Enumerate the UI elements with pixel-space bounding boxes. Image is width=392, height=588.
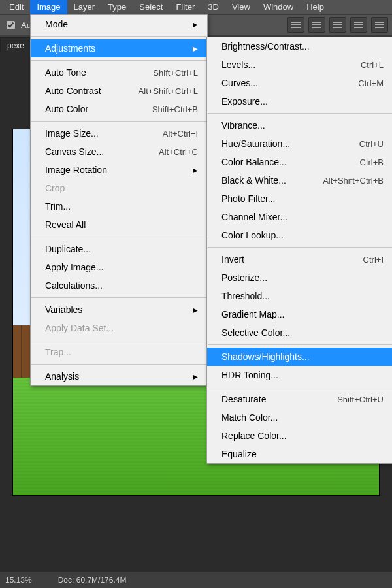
image-menu-trim[interactable]: Trim... bbox=[31, 197, 207, 216]
adjustments-hue-saturation[interactable]: Hue/Saturation...Ctrl+U bbox=[207, 135, 392, 153]
align-center-icon[interactable] bbox=[308, 17, 325, 33]
image-menu-separator bbox=[31, 60, 206, 61]
adjustments-color-lookup[interactable]: Color Lookup... bbox=[207, 226, 392, 244]
adjustments-match-color[interactable]: Match Color... bbox=[207, 408, 392, 427]
menu-item-shortcut: Alt+Ctrl+I bbox=[163, 129, 198, 139]
menu-item-label: Trim... bbox=[45, 201, 97, 212]
menu-filter[interactable]: Filter bbox=[169, 0, 201, 14]
menu-view[interactable]: View bbox=[225, 0, 257, 14]
menu-3d[interactable]: 3D bbox=[201, 0, 225, 14]
image-menu-variables[interactable]: Variables▶ bbox=[31, 301, 207, 319]
submenu-arrow-icon: ▶ bbox=[193, 167, 198, 174]
menu-item-shortcut: Alt+Shift+Ctrl+L bbox=[139, 86, 198, 96]
menu-item-label: Image Size... bbox=[45, 128, 125, 139]
document-tab-label: pexe bbox=[7, 41, 24, 50]
adjustments-brightness-contrast[interactable]: Brightness/Contrast... bbox=[207, 37, 392, 56]
image-menu-trap: Trap... bbox=[31, 343, 207, 361]
adjustments-shadows-highlights[interactable]: Shadows/Highlights... bbox=[207, 348, 392, 366]
adjustments-submenu: Brightness/Contrast...Levels...Ctrl+LCur… bbox=[206, 37, 392, 464]
menu-item-label: Equalize bbox=[221, 449, 283, 459]
menu-layer[interactable]: Layer bbox=[67, 0, 102, 14]
adjustments-invert[interactable]: InvertCtrl+I bbox=[207, 250, 392, 269]
menu-item-label: Calculations... bbox=[45, 280, 129, 291]
adjustments-photo-filter[interactable]: Photo Filter... bbox=[207, 189, 392, 208]
menu-item-shortcut: Ctrl+B bbox=[360, 157, 384, 167]
adjustments-threshold[interactable]: Threshold... bbox=[207, 287, 392, 305]
menu-item-label: Color Balance... bbox=[221, 157, 313, 167]
menu-item-label: Adjustments bbox=[45, 43, 122, 54]
menu-item-label: Apply Image... bbox=[45, 262, 130, 272]
image-menu-analysis[interactable]: Analysis▶ bbox=[31, 367, 207, 385]
menu-item-shortcut: Shift+Ctrl+B bbox=[152, 105, 198, 114]
image-menu-auto-color[interactable]: Auto ColorShift+Ctrl+B bbox=[31, 100, 207, 118]
image-menu-reveal-all[interactable]: Reveal All bbox=[31, 216, 207, 234]
menu-item-label: Match Color... bbox=[221, 412, 304, 423]
adjustments-gradient-map[interactable]: Gradient Map... bbox=[207, 305, 392, 323]
menu-window[interactable]: Window bbox=[257, 0, 300, 14]
adjustments-separator bbox=[208, 247, 392, 248]
menu-item-label: Canvas Size... bbox=[45, 146, 130, 157]
adjustments-color-balance[interactable]: Color Balance...Ctrl+B bbox=[207, 153, 392, 171]
menu-item-label: Trap... bbox=[45, 347, 97, 357]
menu-item-label: Vibrance... bbox=[221, 120, 291, 131]
align-right-icon[interactable] bbox=[329, 17, 346, 33]
adjustments-exposure[interactable]: Exposure... bbox=[207, 92, 392, 110]
menu-help[interactable]: Help bbox=[300, 0, 331, 14]
adjustments-levels[interactable]: Levels...Ctrl+L bbox=[207, 56, 392, 74]
adjustments-hdr-toning[interactable]: HDR Toning... bbox=[207, 366, 392, 384]
menu-item-shortcut: Ctrl+U bbox=[359, 139, 384, 149]
image-menu-separator bbox=[31, 237, 206, 237]
adjustments-separator bbox=[208, 113, 392, 114]
menu-type[interactable]: Type bbox=[101, 0, 133, 14]
image-menu-mode[interactable]: Mode▶ bbox=[31, 15, 207, 33]
adjustments-black-white[interactable]: Black & White...Alt+Shift+Ctrl+B bbox=[207, 171, 392, 189]
align-middle-icon[interactable] bbox=[371, 17, 388, 33]
submenu-arrow-icon: ▶ bbox=[193, 21, 198, 28]
menu-item-label: Mode bbox=[45, 19, 94, 29]
submenu-arrow-icon: ▶ bbox=[193, 45, 198, 52]
menu-item-label: Selective Color... bbox=[221, 327, 316, 338]
align-top-icon[interactable] bbox=[350, 17, 367, 33]
adjustments-separator bbox=[208, 387, 392, 387]
image-menu-auto-tone[interactable]: Auto ToneShift+Ctrl+L bbox=[31, 63, 207, 82]
adjustments-posterize[interactable]: Posterize... bbox=[207, 269, 392, 287]
image-menu-auto-contrast[interactable]: Auto ContrastAlt+Shift+Ctrl+L bbox=[31, 82, 207, 100]
adjustments-replace-color[interactable]: Replace Color... bbox=[207, 427, 392, 445]
menu-image[interactable]: Image bbox=[30, 0, 67, 14]
image-menu-adjustments[interactable]: Adjustments▶ bbox=[31, 39, 207, 57]
image-menu-image-size[interactable]: Image Size...Alt+Ctrl+I bbox=[31, 124, 207, 142]
menu-item-label: Threshold... bbox=[221, 291, 296, 301]
adjustments-desaturate[interactable]: DesaturateShift+Ctrl+U bbox=[207, 390, 392, 408]
menu-item-label: Curves... bbox=[221, 78, 284, 88]
align-left-icon[interactable] bbox=[287, 17, 304, 33]
image-menu-apply-image[interactable]: Apply Image... bbox=[31, 258, 207, 276]
menu-select[interactable]: Select bbox=[133, 0, 169, 14]
menu-item-label: Auto Color bbox=[45, 104, 114, 114]
menu-item-label: Photo Filter... bbox=[221, 193, 301, 204]
adjustments-channel-mixer[interactable]: Channel Mixer... bbox=[207, 208, 392, 226]
image-menu-canvas-size[interactable]: Canvas Size...Alt+Ctrl+C bbox=[31, 142, 207, 161]
adjustments-equalize[interactable]: Equalize bbox=[207, 445, 392, 463]
image-menu-duplicate[interactable]: Duplicate... bbox=[31, 240, 207, 258]
menu-item-shortcut: Ctrl+I bbox=[363, 255, 384, 265]
menu-item-label: Reveal All bbox=[45, 220, 112, 230]
image-menu-separator bbox=[31, 364, 206, 365]
menu-item-label: Auto Contrast bbox=[45, 86, 127, 96]
image-menu-calculations[interactable]: Calculations... bbox=[31, 276, 207, 295]
menu-edit[interactable]: Edit bbox=[3, 0, 30, 14]
image-menu: Mode▶Adjustments▶Auto ToneShift+Ctrl+LAu… bbox=[30, 14, 208, 386]
adjustments-vibrance[interactable]: Vibrance... bbox=[207, 116, 392, 135]
zoom-level[interactable]: 15.13% bbox=[5, 576, 32, 585]
menu-item-label: Brightness/Contrast... bbox=[221, 41, 336, 52]
image-menu-image-rotation[interactable]: Image Rotation▶ bbox=[31, 161, 207, 179]
menu-item-label: Shadows/Highlights... bbox=[221, 351, 336, 362]
adjustments-selective-color[interactable]: Selective Color... bbox=[207, 323, 392, 342]
image-menu-apply-data-set: Apply Data Set... bbox=[31, 319, 207, 337]
menu-item-label: Invert bbox=[221, 254, 270, 265]
menu-item-label: Black & White... bbox=[221, 175, 312, 186]
document-tab[interactable]: pexe bbox=[0, 37, 31, 54]
adjustments-curves[interactable]: Curves...Ctrl+M bbox=[207, 74, 392, 92]
menu-item-shortcut: Alt+Shift+Ctrl+B bbox=[323, 176, 384, 186]
auto-checkbox[interactable] bbox=[7, 21, 15, 29]
image-menu-separator bbox=[31, 297, 206, 298]
